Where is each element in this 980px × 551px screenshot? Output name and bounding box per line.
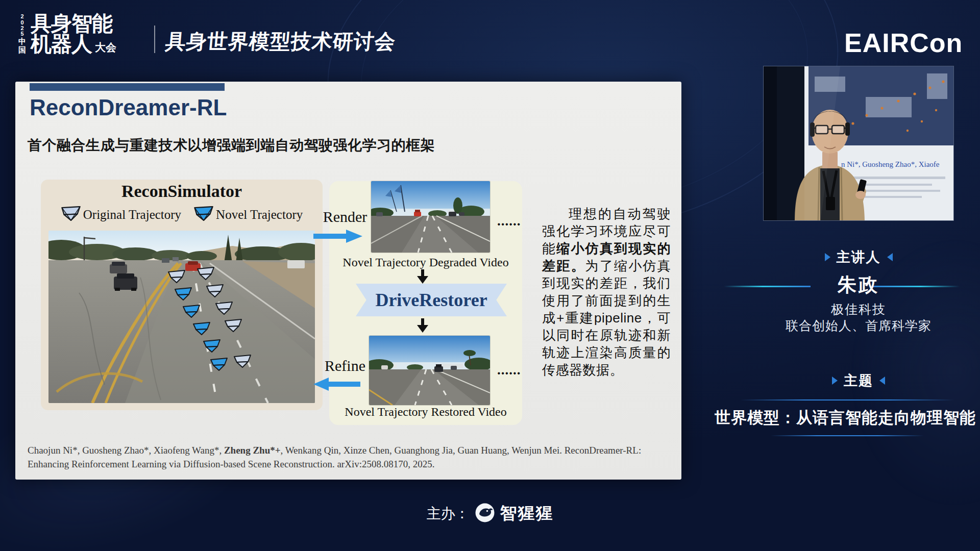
triangle-left-icon bbox=[879, 377, 885, 385]
slide-title: ReconDreamer-RL bbox=[30, 95, 227, 120]
projected-screen-text: n Ni*, Guosheng Zhao*, Xiaofe bbox=[841, 160, 953, 169]
triangle-right-icon bbox=[825, 253, 830, 261]
speaker-label-text: 主讲人 bbox=[837, 248, 881, 266]
slide-accent-bar bbox=[30, 83, 225, 91]
event-title: 具身世界模型技术研讨会 bbox=[164, 28, 397, 56]
drive-restorer-label: DriveRestorer bbox=[375, 289, 487, 311]
topic-decor-line bbox=[740, 399, 954, 400]
logo-row1: 具身智能 bbox=[31, 13, 116, 34]
topic-label-text: 主题 bbox=[844, 371, 873, 390]
topic-section-label: 主题 bbox=[764, 371, 953, 390]
speaker-organization: 极佳科技 bbox=[764, 301, 953, 318]
driving-scene-image bbox=[48, 231, 315, 403]
host-label: 主办： bbox=[427, 504, 470, 523]
recon-simulator-panel: ReconSimulator Original Trajectory bbox=[41, 180, 323, 410]
ellipsis-dots: ...... bbox=[497, 362, 521, 378]
restored-video-thumbnail bbox=[369, 336, 490, 405]
topic-title: 世界模型：从语言智能走向物理智能 bbox=[714, 407, 977, 429]
drive-restorer-banner: DriveRestorer bbox=[356, 284, 507, 316]
car-gray bbox=[110, 262, 127, 273]
host-logo-icon bbox=[475, 503, 495, 525]
logo-row2: 机器人 bbox=[31, 34, 92, 54]
slide-paragraph: 理想的自动驾驶强化学习环境应尽可能缩小仿真到现实的差距。为了缩小仿真到现实的差距… bbox=[542, 205, 671, 379]
slide-subtitle: 首个融合生成与重建技术以增强端到端自动驾驶强化学习的框架 bbox=[28, 136, 435, 155]
speaker-video-feed bbox=[764, 66, 953, 220]
render-arrow-icon bbox=[313, 230, 362, 245]
speaker-role: 联合创始人、首席科学家 bbox=[738, 317, 979, 334]
paragraph-text: 为了缩小仿真到现实的差距，我们使用了前面提到的生成+重建pipeline，可以同… bbox=[542, 258, 671, 378]
citation-text: Chaojun Ni*, Guosheng Zhao*, Xiaofeng Wa… bbox=[28, 445, 224, 456]
ellipsis-dots: ...... bbox=[497, 213, 521, 229]
legend-label: Original Trajectory bbox=[83, 208, 181, 222]
trajectory-legend: Original Trajectory Novel Trajectory bbox=[41, 206, 323, 223]
logo-suffix: 大会 bbox=[95, 42, 116, 55]
citation-bold-author: Zheng Zhu*+ bbox=[224, 445, 281, 456]
conference-logo: 2 0 2 5 中 国 具身智能 机器人 大会 bbox=[18, 13, 116, 54]
host-name: 智猩猩 bbox=[500, 502, 554, 525]
logo-country-char: 国 bbox=[18, 46, 26, 54]
car-dark bbox=[114, 273, 137, 291]
logo-digit: 2 bbox=[20, 14, 23, 19]
webinar-frame: 2 0 2 5 中 国 具身智能 机器人 大会 具身世界模型技术研讨会 EAIR… bbox=[0, 0, 980, 551]
paper-citation: Chaojun Ni*, Guosheng Zhao*, Xiaofeng Wa… bbox=[28, 444, 669, 471]
legend-label: Novel Trajectory bbox=[216, 208, 303, 222]
down-arrow-icon bbox=[417, 318, 428, 335]
camera-frustum-icon bbox=[193, 206, 214, 223]
triangle-left-icon bbox=[887, 253, 893, 261]
logo-digit: 5 bbox=[20, 31, 23, 37]
presentation-slide: ReconDreamer-RL 首个融合生成与重建技术以增强端到端自动驾驶强化学… bbox=[15, 82, 681, 480]
topic-decor-line bbox=[771, 435, 924, 436]
speaker-name: 朱政 bbox=[764, 272, 953, 298]
speaker-section-label: 主讲人 bbox=[764, 248, 953, 266]
refine-label: Refine bbox=[314, 357, 376, 374]
restored-video-caption: Novel Trajectory Restored Video bbox=[329, 405, 522, 419]
legend-item-novel: Novel Trajectory bbox=[193, 206, 303, 223]
triangle-right-icon bbox=[832, 377, 838, 385]
legend-item-original: Original Trajectory bbox=[61, 206, 181, 223]
brand-logo: EAIRCon bbox=[844, 28, 963, 58]
header-divider bbox=[154, 26, 155, 53]
logo-country-char: 中 bbox=[18, 37, 26, 45]
degraded-video-caption: Novel Trajectory Degraded Video bbox=[329, 256, 522, 269]
conference-logo-year-column: 2 0 2 5 中 国 bbox=[18, 13, 26, 54]
footer-host: 主办： 智猩猩 bbox=[0, 502, 980, 525]
camera-frustum-icon bbox=[61, 206, 81, 223]
refine-arrow-icon bbox=[313, 378, 360, 393]
conference-logo-title: 具身智能 机器人 大会 bbox=[31, 13, 116, 54]
down-arrow-icon bbox=[417, 269, 428, 286]
render-label: Render bbox=[314, 208, 376, 226]
simulator-title: ReconSimulator bbox=[41, 182, 323, 201]
degraded-video-thumbnail bbox=[371, 181, 490, 253]
